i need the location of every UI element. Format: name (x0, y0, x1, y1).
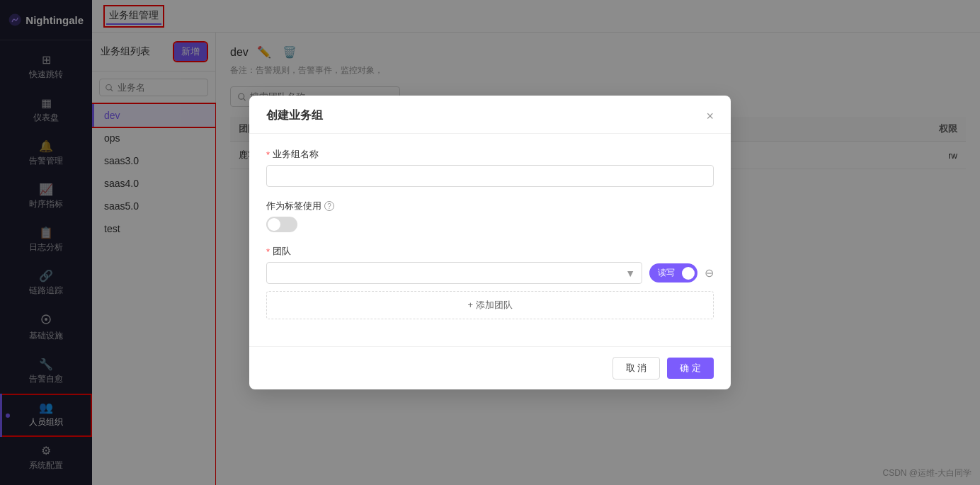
team-form-group: * 团队 ▼ 读写 ⊖ + 添加团队 (266, 245, 714, 319)
help-icon[interactable]: ? (324, 201, 334, 211)
modal-title: 创建业务组 (266, 108, 323, 123)
modal-overlay: 创建业务组 × * 业务组名称 作为标签使用 ? (0, 0, 980, 485)
team-select[interactable] (266, 262, 642, 284)
tag-label: 作为标签使用 ? (266, 200, 714, 212)
modal-body: * 业务组名称 作为标签使用 ? * (249, 134, 731, 346)
perm-dot (682, 267, 695, 280)
group-name-input[interactable] (266, 165, 714, 187)
name-label: * 业务组名称 (266, 148, 714, 161)
add-team-button[interactable]: + 添加团队 (266, 291, 714, 319)
team-label-text: 团队 (273, 245, 291, 258)
modal-close-button[interactable]: × (706, 110, 714, 122)
tag-toggle-wrap (266, 217, 714, 232)
tag-label-text: 作为标签使用 (266, 200, 321, 212)
perm-label: 读写 (652, 266, 680, 280)
team-row: ▼ 读写 ⊖ (266, 262, 714, 284)
remove-team-button[interactable]: ⊖ (705, 266, 714, 280)
modal-header: 创建业务组 × (249, 96, 731, 134)
create-group-modal: 创建业务组 × * 业务组名称 作为标签使用 ? (249, 96, 731, 389)
team-select-wrap: ▼ (266, 262, 642, 284)
name-form-group: * 业务组名称 (266, 148, 714, 187)
required-star-team: * (266, 246, 270, 257)
confirm-button[interactable]: 确 定 (667, 358, 714, 379)
permission-toggle[interactable]: 读写 (649, 263, 697, 283)
cancel-button[interactable]: 取 消 (612, 357, 661, 380)
toggle-thumb (268, 218, 280, 231)
required-star: * (266, 149, 270, 160)
modal-footer: 取 消 确 定 (249, 346, 731, 389)
name-label-text: 业务组名称 (273, 148, 319, 161)
tag-form-group: 作为标签使用 ? (266, 200, 714, 232)
tag-toggle[interactable] (266, 217, 297, 232)
team-label: * 团队 (266, 245, 714, 258)
